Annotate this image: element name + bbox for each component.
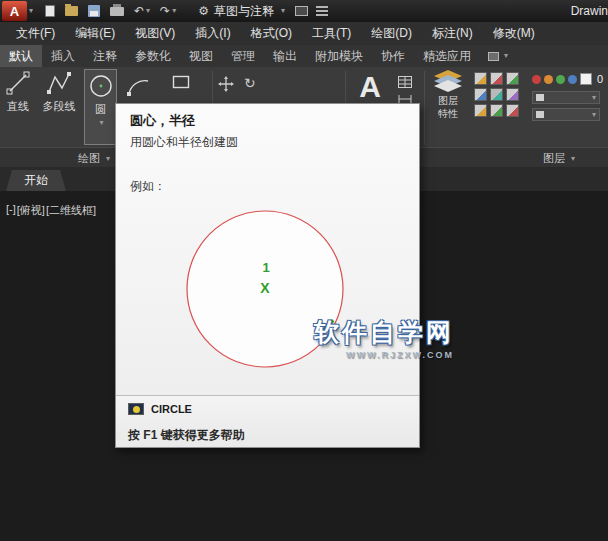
layer-color-orange-icon[interactable] bbox=[544, 75, 553, 84]
move-tool-button[interactable] bbox=[218, 76, 234, 96]
plot-button[interactable] bbox=[106, 1, 128, 21]
chevron-down-icon: ▾ bbox=[29, 7, 33, 15]
tooltip-example-label: 例如： bbox=[130, 178, 166, 195]
menu-item-file[interactable]: 文件(F) bbox=[6, 22, 65, 45]
circle-tool-button[interactable]: 圆 ▾ bbox=[84, 69, 117, 145]
menu-item-edit[interactable]: 编辑(E) bbox=[65, 22, 125, 45]
ribbon-box-icon bbox=[488, 52, 499, 61]
tab-insert[interactable]: 插入 bbox=[42, 45, 84, 67]
tab-view[interactable]: 视图 bbox=[180, 45, 222, 67]
rotate-tool-button[interactable]: ↻ bbox=[244, 75, 256, 91]
layer-properties-label: 图层特性 bbox=[435, 95, 461, 120]
chevron-down-icon: ▾ bbox=[281, 7, 285, 15]
panel-separator bbox=[424, 71, 425, 145]
layer-color-red-icon[interactable] bbox=[532, 75, 541, 84]
tab-manage[interactable]: 管理 bbox=[222, 45, 264, 67]
app-menu-button[interactable]: A ▾ bbox=[0, 0, 33, 22]
redo-button[interactable]: ↷ ▾ bbox=[156, 1, 180, 21]
save-icon bbox=[88, 5, 100, 17]
polyline-tool-label: 多段线 bbox=[43, 99, 76, 114]
toolbar-menu-button[interactable] bbox=[312, 1, 332, 21]
layer-color-blue-icon[interactable] bbox=[568, 75, 577, 84]
tooltip-description: 用圆心和半径创建圆 bbox=[130, 134, 238, 151]
menu-item-insert[interactable]: 插入(I) bbox=[185, 22, 240, 45]
menu-item-modify[interactable]: 修改(M) bbox=[483, 22, 545, 45]
ribbon-tab-bar: 默认 插入 注释 参数化 视图 管理 输出 附加模块 协作 精选应用 ▾ bbox=[0, 45, 608, 67]
layer-dropdown[interactable]: ▾ bbox=[532, 91, 600, 104]
table-icon bbox=[398, 76, 412, 88]
layers-panel-label[interactable]: 图层 ▾ bbox=[543, 151, 575, 166]
line-tool-button[interactable]: 直线 bbox=[2, 70, 34, 114]
chevron-down-icon: ▾ bbox=[146, 7, 150, 15]
center-marker: X bbox=[255, 280, 275, 296]
command-name: CIRCLE bbox=[151, 403, 192, 415]
color-dropdown[interactable]: ▾ bbox=[532, 108, 600, 121]
layer-tools-grid bbox=[474, 72, 519, 117]
new-file-button[interactable] bbox=[41, 1, 59, 21]
color-swatch-icon bbox=[536, 111, 544, 118]
menu-item-dimension[interactable]: 标注(N) bbox=[422, 22, 483, 45]
tooltip-help-text: 按 F1 键获得更多帮助 bbox=[128, 427, 245, 444]
undo-button[interactable]: ↶ ▾ bbox=[130, 1, 154, 21]
menu-lines-icon bbox=[316, 6, 328, 16]
menu-item-format[interactable]: 格式(O) bbox=[241, 22, 302, 45]
layer-tool-icon[interactable] bbox=[490, 104, 503, 117]
arc-icon bbox=[126, 73, 152, 99]
layer-tool-icon[interactable] bbox=[474, 104, 487, 117]
tab-featured-apps[interactable]: 精选应用 bbox=[414, 45, 480, 67]
layer-tool-icon[interactable] bbox=[490, 72, 503, 85]
tab-parametric[interactable]: 参数化 bbox=[126, 45, 180, 67]
autocad-logo: A bbox=[2, 1, 27, 21]
polyline-icon bbox=[46, 70, 72, 96]
new-file-icon bbox=[45, 5, 55, 17]
layer-tool-icon[interactable] bbox=[474, 88, 487, 101]
radius-marker: 1 bbox=[256, 260, 276, 275]
display-toggle-button[interactable] bbox=[291, 1, 312, 21]
layer-color-green-icon[interactable] bbox=[556, 75, 565, 84]
draw-panel-label[interactable]: 绘图 ▾ bbox=[78, 151, 110, 166]
tab-output[interactable]: 输出 bbox=[264, 45, 306, 67]
layers-icon bbox=[434, 70, 462, 92]
viewport-minimize-control[interactable]: [-] bbox=[6, 203, 16, 218]
workspace-label: 草图与注释 bbox=[214, 3, 274, 20]
printer-icon bbox=[110, 7, 124, 16]
chevron-down-icon: ▾ bbox=[504, 52, 508, 60]
tab-default[interactable]: 默认 bbox=[0, 45, 42, 67]
tab-collaborate[interactable]: 协作 bbox=[372, 45, 414, 67]
pencil-cursor-icon bbox=[319, 314, 337, 332]
tab-addins[interactable]: 附加模块 bbox=[306, 45, 372, 67]
ribbon-display-toggle[interactable]: ▾ bbox=[480, 45, 516, 67]
line-icon bbox=[5, 70, 31, 96]
open-file-button[interactable] bbox=[61, 1, 82, 21]
layer-tool-icon[interactable] bbox=[506, 104, 519, 117]
redo-icon: ↷ bbox=[160, 5, 170, 17]
text-tool-icon: A bbox=[359, 70, 381, 104]
save-button[interactable] bbox=[84, 1, 104, 21]
menu-item-draw[interactable]: 绘图(D) bbox=[361, 22, 422, 45]
arc-tool-button[interactable] bbox=[126, 73, 152, 103]
layer-tool-icon[interactable] bbox=[490, 88, 503, 101]
chevron-down-icon: ▾ bbox=[172, 7, 176, 15]
text-tool-button[interactable]: A bbox=[352, 67, 388, 107]
menu-item-view[interactable]: 视图(V) bbox=[125, 22, 185, 45]
layer-tool-icon[interactable] bbox=[474, 72, 487, 85]
quick-access-toolbar: ↶ ▾ ↷ ▾ bbox=[41, 1, 180, 21]
gear-icon: ⚙ bbox=[198, 5, 209, 17]
layer-properties-button[interactable]: 图层特性 bbox=[428, 70, 468, 120]
display-icon bbox=[295, 6, 308, 16]
layer-tool-icon[interactable] bbox=[506, 72, 519, 85]
start-tab[interactable]: 开始 bbox=[6, 170, 66, 191]
tab-annotate[interactable]: 注释 bbox=[84, 45, 126, 67]
rectangle-tool-button[interactable] bbox=[172, 75, 190, 93]
circle-command-icon bbox=[128, 403, 144, 415]
workspace-switcher[interactable]: ⚙ 草图与注释 ▾ bbox=[192, 1, 291, 21]
layer-tool-icon[interactable] bbox=[506, 88, 519, 101]
circle-tooltip: 圆心，半径 用圆心和半径创建圆 例如： 1 X CIRCLE 按 F1 键获得更… bbox=[115, 103, 420, 448]
menu-item-tools[interactable]: 工具(T) bbox=[302, 22, 361, 45]
polyline-tool-button[interactable]: 多段线 bbox=[36, 70, 82, 114]
rectangle-icon bbox=[172, 75, 190, 89]
viewport-controls: [-] [俯视] [二维线框] bbox=[6, 203, 96, 218]
current-color-swatch[interactable] bbox=[580, 73, 592, 85]
viewport-visual-style-control[interactable]: [二维线框] bbox=[46, 203, 96, 218]
viewport-view-control[interactable]: [俯视] bbox=[17, 203, 45, 218]
